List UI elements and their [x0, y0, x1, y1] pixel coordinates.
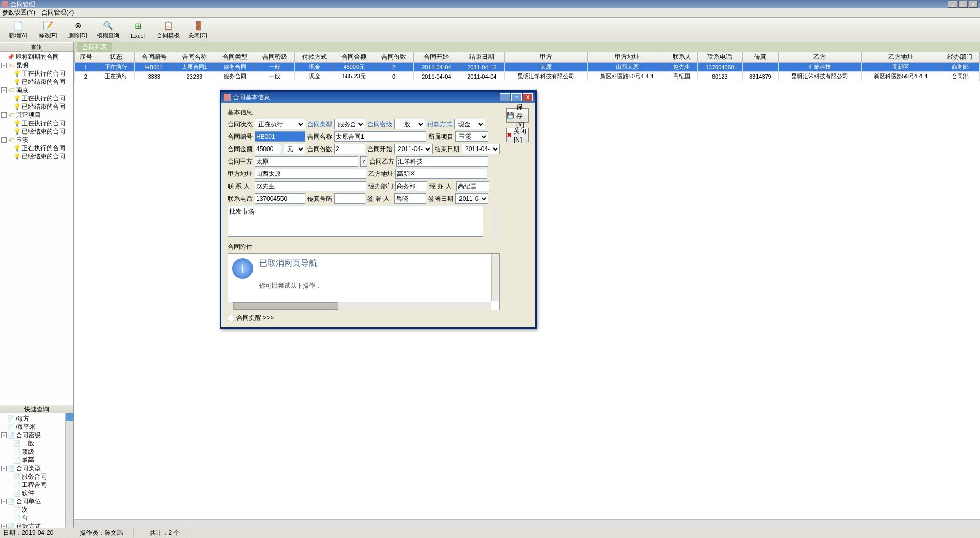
scroll-down-button[interactable]: ▼ [492, 231, 500, 238]
contact-input[interactable] [255, 181, 366, 191]
column-header[interactable]: 合同编号 [134, 52, 174, 63]
dialog-minimize-button[interactable]: _ [500, 93, 510, 101]
quick-item[interactable]: 📄次 [1, 505, 72, 514]
quick-item[interactable]: 📄工程合同 [1, 481, 72, 489]
horizontal-scrollbar[interactable] [74, 519, 980, 528]
copies-input[interactable] [334, 144, 365, 154]
tree-city[interactable]: -🏷其它项目 [1, 111, 72, 119]
column-header[interactable]: 合同金额 [334, 52, 374, 63]
dept-input[interactable] [395, 181, 427, 191]
tree-item[interactable]: 💡正在执行的合同 [1, 94, 72, 102]
menu-params[interactable]: 参数设置(Y) [2, 8, 35, 17]
template-button[interactable]: 📋合同模板 [153, 19, 183, 41]
column-header[interactable]: 结束日期 [459, 52, 504, 63]
code-input[interactable] [255, 131, 305, 142]
tree-toggle-icon[interactable]: - [1, 499, 7, 504]
party-a-input[interactable] [255, 156, 358, 167]
tree-toggle-icon[interactable]: - [1, 432, 7, 438]
quick-item[interactable]: 📄台 [1, 514, 72, 522]
signer-input[interactable] [394, 193, 426, 204]
tree-toggle-icon[interactable]: - [1, 63, 7, 68]
column-header[interactable]: 序号 [75, 52, 97, 63]
save-button[interactable]: 💾保存[Y] [506, 108, 529, 123]
query-tree[interactable]: 📌即将到期的合同-🏷昆明💡正在执行的合同💡已经结束的合同-🏷南京💡正在执行的合同… [0, 52, 73, 404]
quick-item[interactable]: 📄/每方 [1, 414, 72, 423]
amount-input[interactable] [255, 144, 281, 154]
close-window-button[interactable]: × [969, 1, 978, 8]
tree-item[interactable]: 💡正在执行的合同 [1, 69, 72, 78]
column-header[interactable]: 合同开始 [413, 52, 459, 63]
quick-group[interactable]: -📄付款方式 [1, 522, 72, 528]
tree-toggle-icon[interactable]: - [1, 112, 7, 118]
tree-toggle-icon[interactable]: - [1, 524, 7, 528]
quick-group[interactable]: -📄合同单位 [1, 497, 72, 505]
dialog-close-btn[interactable]: ✖关闭[N] [506, 128, 529, 142]
search-button[interactable]: 🔍模糊查询 [93, 19, 123, 41]
column-header[interactable]: 甲方 [504, 52, 587, 63]
handler-input[interactable] [456, 181, 489, 191]
column-header[interactable]: 联系电话 [697, 52, 742, 63]
quick-group[interactable]: -📄合同密级 [1, 431, 72, 439]
tree-item[interactable]: 💡已经结束的合同 [1, 78, 72, 86]
payment-select[interactable]: 现金 [454, 119, 485, 129]
attach-vertical-scrollbar[interactable] [491, 254, 499, 301]
dialog-close-button[interactable]: X [523, 93, 533, 101]
addr-a-input[interactable] [255, 169, 366, 179]
party-a-lookup-button[interactable]: Y [360, 156, 367, 167]
addr-b-input[interactable] [395, 169, 487, 179]
menu-contract[interactable]: 合同管理(Z) [41, 8, 74, 17]
column-header[interactable]: 状态 [97, 52, 134, 63]
tree-toggle-icon[interactable]: - [1, 137, 7, 143]
project-select[interactable]: 玉溪 [455, 131, 488, 142]
start-date-select[interactable]: 2011-04-04 [394, 144, 433, 154]
edit-button[interactable]: 📝修改[E] [33, 19, 63, 41]
phone-input[interactable] [255, 193, 305, 204]
sign-date-select[interactable]: 2011-04-05 [455, 193, 488, 204]
maximize-button[interactable]: □ [958, 1, 968, 8]
quick-item[interactable]: 📄最高 [1, 456, 72, 464]
fax-input[interactable] [334, 193, 365, 204]
column-header[interactable]: 付款方式 [294, 52, 334, 63]
column-header[interactable]: 合同份数 [374, 52, 414, 63]
tree-upcoming[interactable]: 📌即将到期的合同 [1, 53, 72, 61]
column-header[interactable]: 联系人 [666, 52, 698, 63]
tree-item[interactable]: 💡正在执行的合同 [1, 119, 72, 127]
table-row[interactable]: 1正在执行HB001太原合同1服务合同一般现金45000元22011-04-04… [75, 63, 980, 72]
column-header[interactable]: 乙方 [778, 52, 861, 63]
quick-item[interactable]: 📄/每平米 [1, 423, 72, 431]
type-select[interactable]: 服务合同 [334, 119, 365, 129]
remarks-textarea[interactable] [228, 206, 483, 237]
column-header[interactable]: 合同类型 [215, 52, 255, 63]
quick-item[interactable]: 📄软件 [1, 489, 72, 497]
dialog-titlebar[interactable]: 合同基本信息 _ □ X [221, 92, 535, 103]
end-date-select[interactable]: 2011-04-15 [462, 144, 500, 154]
dialog-maximize-button[interactable]: □ [511, 93, 522, 101]
scroll-up-button[interactable]: ▲ [492, 206, 500, 214]
tree-item[interactable]: 💡已经结束的合同 [1, 102, 72, 111]
quick-group[interactable]: -📄合同类型 [1, 464, 72, 472]
column-header[interactable]: 合同名称 [174, 52, 215, 63]
party-b-input[interactable] [396, 156, 488, 167]
table-row[interactable]: 2正在执行333323233服务合同一般现金565.23元02011-04-04… [75, 72, 980, 81]
scrollbar[interactable] [65, 413, 73, 528]
secrecy-select[interactable]: 一般 [394, 119, 425, 129]
attach-horizontal-scrollbar[interactable] [228, 302, 491, 310]
column-header[interactable]: 乙方地址 [861, 52, 940, 63]
column-header[interactable]: 合同密级 [255, 52, 294, 63]
quick-tree[interactable]: 📄/每方📄/每平米-📄合同密级📄一般📄顶级📄最高-📄合同类型📄服务合同📄工程合同… [0, 413, 73, 528]
excel-button[interactable]: ⊞Excel [123, 19, 153, 41]
add-button[interactable]: 📄新增[A] [3, 19, 33, 41]
tree-item[interactable]: 💡已经结束的合同 [1, 127, 72, 136]
quick-item[interactable]: 📄顶级 [1, 447, 72, 456]
tree-item[interactable]: 💡已经结束的合同 [1, 152, 72, 160]
name-input[interactable] [334, 131, 426, 142]
tree-city[interactable]: -🏷玉溪 [1, 136, 72, 144]
tab-contract-list[interactable]: 合同列表 [77, 42, 112, 52]
tree-toggle-icon[interactable]: - [1, 87, 7, 93]
tree-item[interactable]: 💡正在执行的合同 [1, 144, 72, 152]
column-header[interactable]: 甲方地址 [588, 52, 666, 63]
close-button[interactable]: 🚪关闭[C] [183, 19, 213, 41]
minimize-button[interactable]: _ [948, 1, 957, 8]
unit-select[interactable]: 元 [284, 144, 305, 154]
tree-toggle-icon[interactable]: - [1, 466, 7, 471]
